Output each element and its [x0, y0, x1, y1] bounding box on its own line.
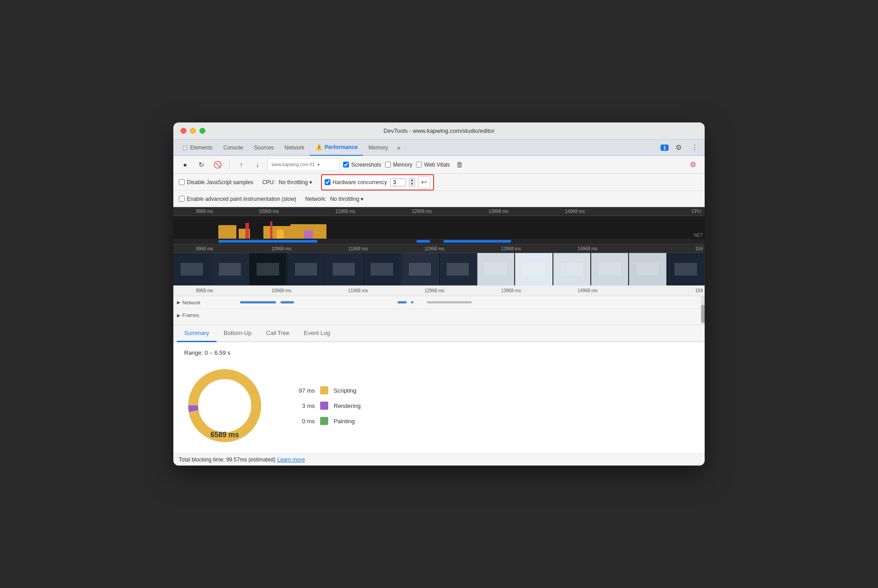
tab-bottom-up[interactable]: Bottom-Up	[217, 325, 259, 342]
hw-concurrency-checkbox[interactable]	[325, 179, 330, 185]
screenshot-thumb-5[interactable]	[325, 253, 362, 285]
timeline-ruler-top: 9968 ms 10968 ms 11968 ms 12968 ms 13968…	[173, 207, 705, 216]
hw-concurrency-input[interactable]	[390, 178, 406, 186]
screenshot-thumb-7[interactable]	[401, 253, 439, 285]
memory-checkbox[interactable]	[385, 162, 391, 167]
br-tick-14968: 14968 ms	[578, 288, 597, 293]
tab-console[interactable]: Console	[218, 140, 249, 156]
disable-js-checkbox-label[interactable]: Disable JavaScript samples	[179, 179, 253, 185]
donut-chart: 6589 ms	[184, 365, 265, 446]
ss-tick-10968: 10968 ms	[272, 246, 291, 251]
tab-bar-right: 1 ⚙ ⋮	[661, 141, 701, 154]
tab-summary[interactable]: Summary	[177, 325, 217, 342]
screenshot-thumb-10[interactable]	[515, 253, 552, 285]
screenshot-thumb-11[interactable]	[553, 253, 591, 285]
tab-call-tree[interactable]: Call Tree	[259, 325, 297, 342]
scripting-swatch	[320, 386, 328, 394]
profile-selector[interactable]: www.kapwing.com #1 ▾	[267, 158, 339, 171]
minimize-button[interactable]	[190, 128, 196, 134]
cpu-throttle-select[interactable]: No throttling ▾	[279, 179, 312, 185]
web-vitals-checkbox[interactable]	[416, 162, 422, 167]
screenshots-checkbox-label[interactable]: Screenshots	[343, 162, 381, 168]
br-tick-159: 159	[695, 288, 703, 293]
cursor-icon: ⬚	[182, 144, 188, 151]
screenshot-thumb-13[interactable]	[629, 253, 666, 285]
maximize-button[interactable]	[199, 128, 205, 134]
tab-sources[interactable]: Sources	[249, 140, 279, 156]
tab-bar: ⬚ Elements Console Sources Network ⚠️ Pe…	[173, 140, 705, 156]
tab-memory[interactable]: Memory	[363, 140, 393, 156]
network-label: Network	[182, 300, 200, 305]
hw-concurrency-label: Hardware concurrency	[333, 179, 387, 185]
download-button[interactable]: ↓	[251, 158, 264, 171]
network-throttle-group: Network: No throttling ▾	[305, 196, 363, 202]
hw-spin-down[interactable]: ▾	[409, 182, 415, 187]
screenshot-thumb-3[interactable]	[249, 253, 287, 285]
enable-paint-checkbox-label[interactable]: Enable advanced paint instrumentation (s…	[179, 196, 296, 202]
tab-elements[interactable]: ⬚ Elements	[177, 140, 218, 156]
ss-tick-159: 159	[695, 246, 703, 251]
scrollbar-track	[701, 296, 705, 325]
disable-js-checkbox[interactable]	[179, 179, 185, 185]
rendering-swatch	[320, 402, 328, 410]
screenshot-thumb-8[interactable]	[439, 253, 477, 285]
screenshot-strip	[173, 253, 705, 285]
delete-recording-button[interactable]: 🗑	[453, 158, 466, 171]
capture-settings-button[interactable]: ⚙	[687, 158, 699, 171]
more-tabs-button[interactable]: »	[394, 144, 404, 151]
tab-performance[interactable]: ⚠️ Performance	[310, 140, 363, 156]
tab-network[interactable]: Network	[279, 140, 310, 156]
tab-call-tree-label: Call Tree	[266, 330, 290, 336]
bottom-ruler: 9968 ms 10968 ms 11968 ms 12968 ms 13968…	[173, 285, 705, 296]
record-button[interactable]: ●	[179, 158, 191, 171]
more-options-button[interactable]: ⋮	[688, 141, 701, 154]
title-bar: DevTools - www.kapwing.com/studio/editor	[173, 122, 705, 140]
clear-button[interactable]: 🚫	[211, 158, 224, 171]
screenshot-thumb-12[interactable]	[591, 253, 629, 285]
web-vitals-label: Web Vitals	[424, 162, 450, 168]
network-expand-icon[interactable]: ▶	[177, 300, 181, 305]
screenshot-thumb-14[interactable]	[667, 253, 705, 285]
web-vitals-checkbox-label[interactable]: Web Vitals	[416, 162, 450, 168]
tab-event-log-label: Event Log	[304, 330, 330, 336]
notifications-badge[interactable]: 1	[661, 145, 669, 151]
rendering-value: 3 ms	[292, 403, 315, 409]
donut-center-value: 6589 ms	[210, 431, 239, 439]
panel-tabs: Summary Bottom-Up Call Tree Event Log	[173, 325, 705, 342]
enable-paint-checkbox[interactable]	[179, 196, 185, 202]
screenshot-thumb-9[interactable]	[477, 253, 515, 285]
url-text: www.kapwing.com #1	[272, 162, 315, 167]
screenshot-thumb-1[interactable]	[173, 253, 211, 285]
net-bar-3	[398, 301, 407, 303]
screenshots-checkbox[interactable]	[343, 162, 349, 167]
tab-summary-label: Summary	[184, 330, 209, 336]
network-throttle-select[interactable]: No throttling ▾	[330, 196, 363, 202]
br-tick-12968: 12968 ms	[425, 288, 444, 293]
scrollbar-thumb[interactable]	[701, 305, 705, 323]
upload-button[interactable]: ↑	[235, 158, 248, 171]
ss-tick-12968: 12968 ms	[425, 246, 444, 251]
tab-event-log[interactable]: Event Log	[297, 325, 338, 342]
close-button[interactable]	[181, 128, 186, 134]
screenshot-thumb-4[interactable]	[287, 253, 325, 285]
ss-tick-11968: 11968 ms	[348, 246, 368, 251]
screenshot-thumb-2[interactable]	[211, 253, 249, 285]
tab-elements-label: Elements	[190, 145, 213, 151]
learn-more-link[interactable]: Learn more	[277, 457, 305, 463]
ss-tick-13968: 13968 ms	[501, 246, 521, 251]
hw-spin-up[interactable]: ▴	[409, 178, 415, 182]
tick-14968: 14968 ms	[565, 209, 585, 214]
net-bar-2	[281, 301, 294, 303]
memory-checkbox-label[interactable]: Memory	[385, 162, 412, 168]
refresh-button[interactable]: ↻	[195, 158, 208, 171]
br-tick-11968: 11968 ms	[348, 288, 368, 293]
net-label-right: NET	[694, 233, 703, 238]
screenshot-thumb-6[interactable]	[363, 253, 401, 285]
ss-tick-14968: 14968 ms	[578, 246, 597, 251]
hw-concurrency-checkbox-label[interactable]: Hardware concurrency	[325, 179, 387, 185]
network-row: ▶ Network	[173, 296, 705, 309]
frames-expand-icon[interactable]: ▶	[177, 313, 181, 318]
settings-button[interactable]: ⚙	[672, 141, 685, 154]
hw-undo-button[interactable]: ↩	[418, 176, 430, 189]
frames-label: Frames	[182, 312, 199, 318]
